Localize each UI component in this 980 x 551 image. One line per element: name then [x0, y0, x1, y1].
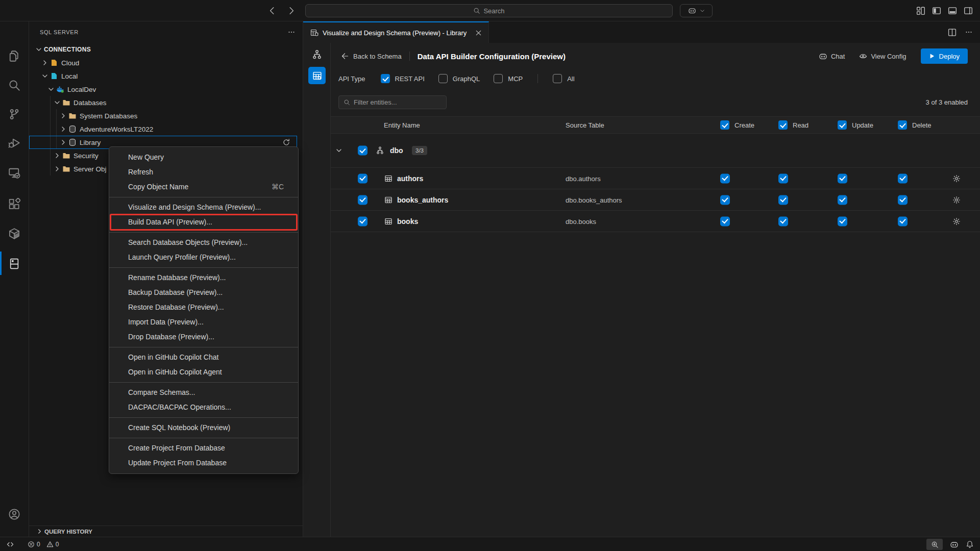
chevron-down-icon[interactable] — [335, 146, 343, 155]
menu-item-create-project[interactable]: Create Project From Database — [109, 441, 298, 456]
row-settings-gear-icon[interactable] — [952, 217, 961, 226]
chat-button[interactable]: Chat — [819, 52, 845, 61]
graphql-checkbox[interactable]: GraphQL — [438, 74, 480, 83]
query-history-section[interactable]: QUERY HISTORY — [29, 525, 303, 537]
menu-item-create-sql-notebook[interactable]: Create SQL Notebook (Preview) — [109, 420, 298, 435]
database-projects-icon[interactable] — [0, 219, 29, 248]
schema-diagram-tool[interactable] — [308, 46, 326, 63]
more-actions-icon[interactable] — [965, 28, 973, 36]
group-checkbox[interactable] — [358, 146, 368, 156]
more-actions-icon[interactable] — [287, 28, 296, 36]
menu-item-drop-database[interactable]: Drop Database (Preview)... — [109, 330, 298, 344]
all-checkbox[interactable]: All — [553, 74, 574, 83]
tree-item-adventureworks[interactable]: AdventureWorksLT2022 — [29, 122, 303, 136]
update-checkbox[interactable] — [838, 195, 847, 205]
rest-api-checkbox[interactable]: REST API — [381, 74, 425, 83]
deploy-button[interactable]: Deploy — [921, 48, 968, 64]
create-checkbox[interactable] — [720, 173, 730, 183]
bell-icon[interactable] — [966, 540, 974, 548]
copilot-icon — [819, 52, 827, 61]
row-checkbox[interactable] — [358, 216, 368, 226]
menu-item-new-query[interactable]: New Query — [109, 150, 298, 165]
create-checkbox[interactable] — [720, 195, 730, 205]
filter-entities-input[interactable]: Filter entities... — [338, 95, 447, 109]
tree-item-cloud[interactable]: Cloud — [29, 56, 303, 69]
run-debug-icon[interactable] — [0, 129, 29, 157]
files-icon[interactable] — [0, 42, 29, 70]
create-checkbox[interactable] — [720, 216, 730, 226]
source-control-icon[interactable] — [0, 100, 29, 129]
menu-item-rename-database[interactable]: Rename Database (Preview)... — [109, 270, 298, 285]
copilot-status-icon[interactable] — [950, 540, 959, 549]
forward-arrow-icon[interactable] — [287, 6, 296, 15]
back-arrow-icon[interactable] — [267, 6, 277, 15]
table-row-authors[interactable]: authors dbo.authors — [331, 168, 980, 189]
copilot-menu-button[interactable] — [680, 4, 713, 17]
read-checkbox[interactable] — [778, 173, 788, 183]
checkbox-checked[interactable] — [381, 74, 390, 83]
update-checkbox[interactable] — [838, 216, 847, 226]
menu-item-copilot-agent[interactable]: Open in GitHub Copilot Agent — [109, 365, 298, 380]
schema-visualizer-icon[interactable] — [0, 249, 29, 278]
read-checkbox[interactable] — [778, 195, 788, 205]
search-input[interactable]: Search — [305, 4, 673, 17]
refresh-icon[interactable] — [282, 138, 290, 146]
menu-item-compare-schemas[interactable]: Compare Schemas... — [109, 385, 298, 400]
menu-item-search-database-objects[interactable]: Search Database Objects (Preview)... — [109, 235, 298, 250]
row-checkbox[interactable] — [358, 195, 368, 205]
view-config-button[interactable]: View Config — [859, 52, 906, 60]
delete-checkbox[interactable] — [898, 216, 908, 226]
delete-checkbox[interactable] — [898, 195, 908, 205]
toggle-panel-icon[interactable] — [948, 6, 957, 15]
menu-item-launch-query-profiler[interactable]: Launch Query Profiler (Preview)... — [109, 250, 298, 265]
back-to-schema-button[interactable]: Back to Schema — [341, 52, 402, 60]
close-icon[interactable] — [475, 29, 482, 37]
menu-item-restore-database[interactable]: Restore Database (Preview)... — [109, 300, 298, 315]
update-checkbox[interactable] — [838, 173, 847, 183]
update-all-checkbox[interactable] — [838, 120, 847, 130]
row-settings-gear-icon[interactable] — [952, 196, 961, 204]
delete-checkbox[interactable] — [898, 173, 908, 183]
menu-item-visualize-schema[interactable]: Visualize and Design Schema (Preview)... — [109, 200, 298, 215]
row-settings-gear-icon[interactable] — [952, 174, 961, 183]
menu-item-backup-database[interactable]: Backup Database (Preview)... — [109, 285, 298, 300]
menu-item-dacpac-operations[interactable]: DACPAC/BACPAC Operations... — [109, 400, 298, 415]
tree-item-localdev[interactable]: LocalDev — [29, 83, 303, 96]
table-row-books-authors[interactable]: books_authors dbo.books_authors — [331, 189, 980, 211]
table-row-books[interactable]: books dbo.books — [331, 211, 980, 232]
tree-item-system-databases[interactable]: System Databases — [29, 109, 303, 122]
schema-group-row[interactable]: dbo 3/3 — [331, 139, 980, 162]
account-icon[interactable] — [0, 500, 29, 529]
read-all-checkbox[interactable] — [778, 120, 788, 130]
checkbox-unchecked[interactable] — [494, 74, 503, 83]
customize-layout-icon[interactable] — [916, 6, 925, 15]
tree-item-connections[interactable]: CONNECTIONS — [29, 43, 303, 56]
toggle-primary-sidebar-icon[interactable] — [932, 6, 941, 15]
toggle-secondary-sidebar-icon[interactable] — [964, 6, 973, 15]
read-checkbox[interactable] — [778, 216, 788, 226]
split-editor-icon[interactable] — [948, 28, 957, 37]
menu-item-copilot-chat[interactable]: Open in GitHub Copilot Chat — [109, 350, 298, 365]
checkbox-unchecked[interactable] — [553, 74, 562, 83]
remote-indicator-icon[interactable] — [6, 540, 14, 548]
mcp-checkbox[interactable]: MCP — [494, 74, 523, 83]
data-api-builder-tool[interactable] — [308, 67, 326, 84]
menu-item-build-data-api[interactable]: Build Data API (Preview)... — [109, 215, 298, 230]
checkbox-unchecked[interactable] — [438, 74, 448, 83]
problems-indicator[interactable]: 0 0 — [28, 541, 59, 548]
create-all-checkbox[interactable] — [720, 120, 729, 130]
tree-item-databases[interactable]: Databases — [29, 96, 303, 109]
menu-item-update-project[interactable]: Update Project From Database — [109, 456, 298, 470]
menu-item-copy-object-name[interactable]: Copy Object Name⌘C — [109, 180, 298, 194]
zoom-in-icon[interactable] — [926, 539, 943, 550]
tree-item-local[interactable]: Local — [29, 69, 303, 83]
menu-item-refresh[interactable]: Refresh — [109, 165, 298, 180]
remote-explorer-icon[interactable] — [0, 159, 29, 187]
entity-name: books_authors — [397, 196, 448, 204]
row-checkbox[interactable] — [358, 173, 368, 183]
search-icon[interactable] — [0, 71, 29, 99]
tab-visualize-design-schema[interactable]: Visualize and Design Schema (Preview) - … — [303, 21, 489, 43]
menu-item-import-data[interactable]: Import Data (Preview)... — [109, 315, 298, 330]
extensions-icon[interactable] — [0, 190, 29, 218]
delete-all-checkbox[interactable] — [898, 120, 907, 130]
